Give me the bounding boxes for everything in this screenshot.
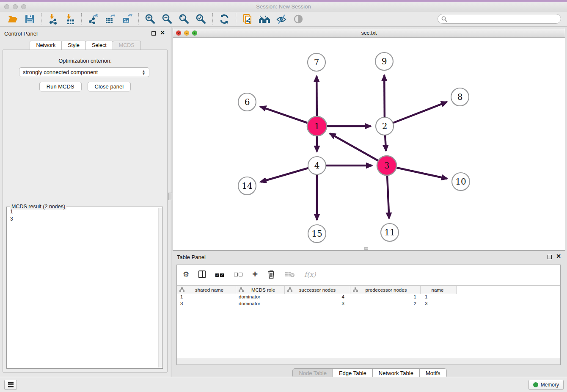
column-header-shared-name[interactable]: shared name: [177, 286, 236, 294]
refresh-network-button[interactable]: [216, 13, 233, 25]
column-header-predecessor-nodes[interactable]: predecessor nodes: [350, 286, 421, 294]
import-table-button[interactable]: [61, 13, 78, 25]
zoom-selected-button[interactable]: [193, 13, 209, 25]
delete-row-trash-icon[interactable]: [267, 270, 275, 279]
table-horizontal-scrollbar[interactable]: [177, 359, 560, 364]
delete-table-icon: [285, 271, 295, 278]
export-table-button[interactable]: [102, 13, 118, 25]
table-cell[interactable]: dominator: [236, 294, 285, 301]
node-label-1: 1: [314, 121, 320, 131]
home-icon: [259, 14, 270, 25]
deselect-all-icon[interactable]: [234, 271, 243, 278]
zoom-fit-button[interactable]: [176, 13, 193, 25]
table-row[interactable]: 1dominator411: [177, 294, 560, 301]
task-history-button[interactable]: [4, 380, 17, 390]
refresh-icon: [219, 14, 230, 25]
open-session-button[interactable]: [4, 13, 21, 25]
node-label-7: 7: [314, 57, 319, 67]
tab-network[interactable]: Network: [30, 41, 62, 50]
hide-graphics-details-button[interactable]: [273, 13, 290, 25]
export-image-button[interactable]: [118, 13, 135, 25]
column-header-label: shared name: [184, 287, 236, 293]
memory-label: Memory: [541, 382, 559, 388]
tree-icon: [179, 287, 184, 292]
add-row-icon[interactable]: +: [252, 269, 258, 280]
search-icon: [441, 16, 447, 22]
export-table-icon: [105, 14, 116, 25]
table-cell[interactable]: 1: [421, 294, 457, 301]
node-label-2: 2: [382, 121, 388, 131]
table-header-row: shared nameMCDS rolesuccessor nodesprede…: [177, 285, 560, 294]
table-cell[interactable]: 1: [350, 294, 421, 301]
zoom-out-icon: [162, 14, 173, 25]
mcds-result-text[interactable]: 1 3: [8, 208, 157, 367]
zoom-out-button[interactable]: [159, 13, 176, 25]
zoom-in-button[interactable]: [142, 13, 159, 25]
column-header-MCDS-role[interactable]: MCDS role: [236, 286, 285, 294]
import-table-icon: [64, 14, 75, 25]
memory-button[interactable]: Memory: [528, 380, 564, 390]
import-network-button[interactable]: [44, 13, 61, 25]
column-header-label: successor nodes: [292, 287, 344, 293]
home-button[interactable]: [256, 13, 273, 25]
tab-mcds[interactable]: MCDS: [113, 41, 141, 50]
zoom-selected-icon: [195, 14, 206, 25]
selected-option: strongly connected component: [23, 69, 98, 75]
select-all-icon[interactable]: ✓✓: [215, 271, 224, 278]
mcds-result-group: MCDS result (2 nodes) 1 3: [6, 207, 163, 369]
export-network-button[interactable]: [85, 13, 102, 25]
close-panel-icon[interactable]: ✕: [556, 253, 561, 259]
edge-2-8[interactable]: [385, 102, 447, 126]
close-panel-icon[interactable]: ✕: [160, 29, 165, 36]
show-columns-icon[interactable]: [198, 271, 206, 278]
table-cell[interactable]: 1: [177, 294, 236, 301]
toolbar-separator: [236, 13, 236, 25]
function-builder-icon: f(x): [304, 271, 316, 279]
node-label-15: 15: [311, 229, 322, 239]
table-cell[interactable]: 4: [285, 294, 350, 301]
table-row[interactable]: 3dominator323: [177, 301, 560, 308]
toolbar-separator: [81, 13, 82, 25]
table-cell[interactable]: dominator: [236, 301, 285, 308]
optimization-criterion-select[interactable]: strongly connected component ▲▼: [19, 67, 149, 77]
column-header-name[interactable]: name: [421, 286, 457, 294]
close-panel-button[interactable]: Close panel: [88, 82, 131, 91]
copy-network-button[interactable]: [239, 13, 256, 25]
search-input[interactable]: [447, 16, 557, 22]
node-label-11: 11: [384, 227, 395, 237]
save-session-button[interactable]: [21, 13, 38, 25]
tab-style[interactable]: Style: [61, 41, 86, 50]
table-cell[interactable]: 2: [350, 301, 421, 308]
tab-select[interactable]: Select: [85, 41, 113, 50]
table-settings-gear-icon[interactable]: ⚙: [183, 270, 189, 279]
column-header-label: predecessor nodes: [358, 287, 416, 293]
window-resize-handle[interactable]: [364, 247, 368, 250]
toolbar-separator: [138, 13, 139, 25]
table-cell[interactable]: 3: [421, 301, 457, 308]
network-window-title: scc.txt: [173, 30, 565, 36]
show-graphics-details-button[interactable]: [290, 13, 307, 25]
node-label-3: 3: [384, 160, 390, 171]
node-table: ⚙ ✓✓ + f(x) shared nameMCDS rolesuccesso…: [176, 265, 561, 365]
main-toolbar: [0, 11, 567, 27]
node-label-8: 8: [457, 92, 463, 102]
table-toolbar: ⚙ ✓✓ + f(x): [177, 265, 560, 284]
table-cell[interactable]: 3: [177, 301, 236, 308]
network-window-titlebar[interactable]: ✕ − + scc.txt: [173, 28, 565, 38]
float-panel-icon[interactable]: [548, 255, 552, 259]
zoom-in-icon: [145, 14, 156, 25]
table-cell[interactable]: 3: [285, 301, 350, 308]
window-titlebar[interactable]: Session: New Session: [0, 2, 567, 11]
network-canvas[interactable]: 7968124314101511: [173, 38, 565, 250]
network-view-window[interactable]: ✕ − + scc.txt 7968124314101511: [173, 28, 565, 251]
result-scrollbar[interactable]: [158, 208, 162, 367]
run-mcds-button[interactable]: Run MCDS: [39, 82, 82, 91]
network-graph[interactable]: 7968124314101511: [173, 38, 565, 250]
open-folder-icon: [7, 14, 18, 25]
tree-icon: [353, 287, 358, 292]
panel-divider: [171, 27, 171, 377]
float-panel-icon[interactable]: [151, 31, 156, 36]
search-box[interactable]: [438, 14, 561, 24]
column-header-successor-nodes[interactable]: successor nodes: [285, 286, 350, 294]
panel-splitter-handle[interactable]: [168, 193, 172, 200]
